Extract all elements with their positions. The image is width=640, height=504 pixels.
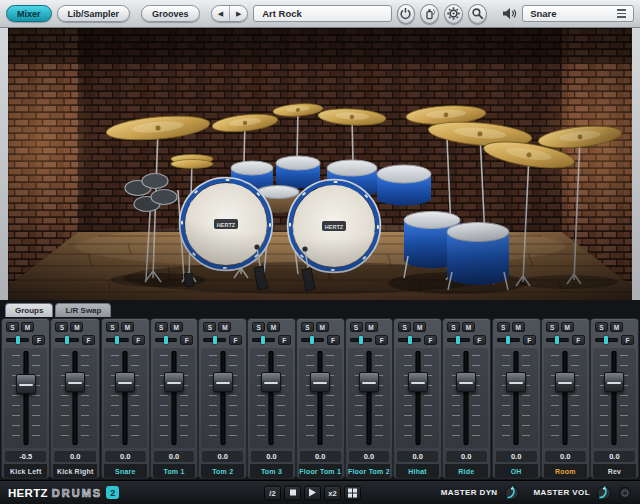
pan-slider[interactable] <box>55 338 78 342</box>
fx-button[interactable]: F <box>572 335 585 345</box>
preset-next-button[interactable]: ▶ <box>229 6 247 21</box>
fader-handle[interactable] <box>65 372 85 392</box>
pan-slider[interactable] <box>106 338 129 342</box>
mute-button[interactable]: M <box>121 322 134 332</box>
mute-button[interactable]: M <box>267 322 280 332</box>
volume-fader[interactable] <box>4 348 47 448</box>
fader-handle[interactable] <box>456 372 476 392</box>
volume-fader[interactable] <box>544 348 587 448</box>
pan-thumb[interactable] <box>604 336 608 344</box>
solo-button[interactable]: S <box>595 322 608 332</box>
pan-slider[interactable] <box>350 338 373 342</box>
pan-thumb[interactable] <box>555 336 559 344</box>
tab-grooves[interactable]: Grooves <box>141 5 200 22</box>
pan-slider[interactable] <box>6 338 29 342</box>
menu-lines-icon[interactable] <box>617 9 626 18</box>
fx-button[interactable]: F <box>473 335 486 345</box>
volume-fader[interactable] <box>593 348 636 448</box>
pan-thumb[interactable] <box>16 336 20 344</box>
fx-button[interactable]: F <box>523 335 536 345</box>
mute-button[interactable]: M <box>218 322 231 332</box>
gear-icon[interactable] <box>444 4 463 24</box>
pan-thumb[interactable] <box>164 336 168 344</box>
volume-fader[interactable] <box>104 348 147 448</box>
fx-button[interactable]: F <box>424 335 437 345</box>
fader-handle[interactable] <box>408 372 428 392</box>
lr-swap-tab[interactable]: L/R Swap <box>55 303 111 317</box>
pan-thumb[interactable] <box>359 336 363 344</box>
fx-button[interactable]: F <box>375 335 388 345</box>
mute-button[interactable]: M <box>316 322 329 332</box>
fx-button[interactable]: F <box>621 335 634 345</box>
mute-button[interactable]: M <box>610 322 623 332</box>
solo-button[interactable]: S <box>6 322 19 332</box>
pan-thumb[interactable] <box>213 336 217 344</box>
utility-knob[interactable] <box>618 486 632 500</box>
preset-prev-button[interactable]: ◀ <box>212 6 230 21</box>
pan-thumb[interactable] <box>115 336 119 344</box>
fx-button[interactable]: F <box>180 335 193 345</box>
preset-selector[interactable]: Art Rock <box>253 5 391 22</box>
search-icon[interactable] <box>468 4 487 24</box>
fader-handle[interactable] <box>213 372 233 392</box>
pan-slider[interactable] <box>155 338 178 342</box>
pan-thumb[interactable] <box>310 336 314 344</box>
volume-fader[interactable] <box>250 348 293 448</box>
solo-button[interactable]: S <box>106 322 119 332</box>
transport-double-speed-button[interactable]: x2 <box>324 485 341 500</box>
solo-button[interactable]: S <box>155 322 168 332</box>
master-dyn-knob[interactable] <box>504 485 520 501</box>
pan-slider[interactable] <box>203 338 226 342</box>
power-icon[interactable] <box>397 4 416 24</box>
fader-handle[interactable] <box>310 372 330 392</box>
fader-handle[interactable] <box>604 372 624 392</box>
pan-thumb[interactable] <box>65 336 69 344</box>
volume-fader[interactable] <box>396 348 439 448</box>
mute-button[interactable]: M <box>70 322 83 332</box>
pan-slider[interactable] <box>595 338 618 342</box>
solo-button[interactable]: S <box>546 322 559 332</box>
volume-fader[interactable] <box>53 348 96 448</box>
mute-button[interactable]: M <box>512 322 525 332</box>
volume-fader[interactable] <box>348 348 391 448</box>
solo-button[interactable]: S <box>252 322 265 332</box>
pan-thumb[interactable] <box>408 336 412 344</box>
fx-button[interactable]: F <box>278 335 291 345</box>
solo-button[interactable]: S <box>447 322 460 332</box>
volume-fader[interactable] <box>495 348 538 448</box>
fader-handle[interactable] <box>115 372 135 392</box>
fader-handle[interactable] <box>506 372 526 392</box>
mute-button[interactable]: M <box>561 322 574 332</box>
transport-pads-button[interactable] <box>344 485 361 500</box>
solo-button[interactable]: S <box>350 322 363 332</box>
fader-handle[interactable] <box>261 372 281 392</box>
fx-button[interactable]: F <box>32 335 45 345</box>
pan-thumb[interactable] <box>506 336 510 344</box>
pan-slider[interactable] <box>398 338 421 342</box>
volume-fader[interactable] <box>445 348 488 448</box>
mute-button[interactable]: M <box>21 322 34 332</box>
fx-button[interactable]: F <box>82 335 95 345</box>
pan-slider[interactable] <box>301 338 324 342</box>
volume-fader[interactable] <box>201 348 244 448</box>
fader-handle[interactable] <box>164 372 184 392</box>
fader-handle[interactable] <box>555 372 575 392</box>
fx-button[interactable]: F <box>229 335 242 345</box>
pan-thumb[interactable] <box>261 336 265 344</box>
tab-mixer[interactable]: Mixer <box>6 5 52 22</box>
pan-slider[interactable] <box>252 338 275 342</box>
transport-stop-button[interactable] <box>284 485 301 500</box>
pan-slider[interactable] <box>546 338 569 342</box>
fx-button[interactable]: F <box>327 335 340 345</box>
solo-button[interactable]: S <box>398 322 411 332</box>
master-vol-knob[interactable] <box>596 485 612 501</box>
groups-tab[interactable]: Groups <box>5 303 53 317</box>
instrument-selector[interactable]: Snare <box>522 5 634 22</box>
airbrush-icon[interactable] <box>420 4 439 24</box>
mute-button[interactable]: M <box>462 322 475 332</box>
volume-fader[interactable] <box>153 348 196 448</box>
drum-kit-3d-view[interactable]: HERTZ HERTZ <box>8 28 632 300</box>
solo-button[interactable]: S <box>301 322 314 332</box>
solo-button[interactable]: S <box>497 322 510 332</box>
fx-button[interactable]: F <box>132 335 145 345</box>
